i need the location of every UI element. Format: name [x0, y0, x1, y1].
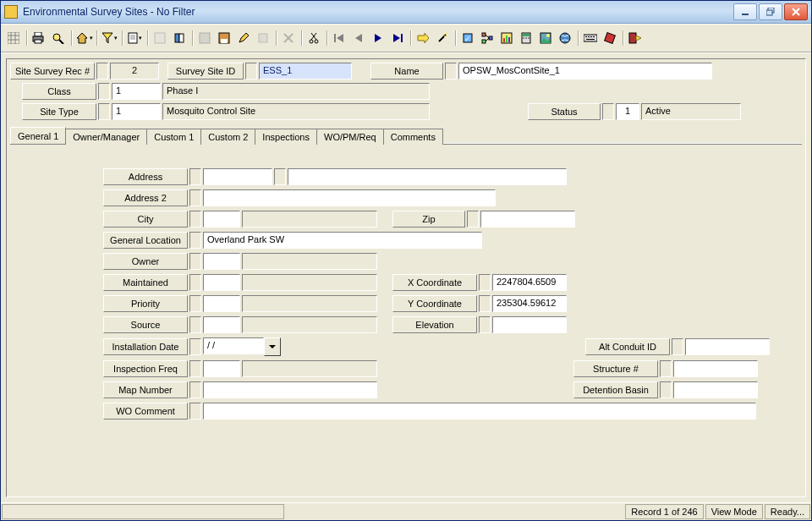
- address-num-field[interactable]: [203, 168, 272, 185]
- owner-code-field[interactable]: [203, 253, 240, 270]
- pin-icon[interactable]: [189, 316, 201, 333]
- priority-label[interactable]: Priority: [103, 295, 188, 312]
- wiz-icon[interactable]: ✓: [458, 29, 477, 47]
- pin-icon[interactable]: [445, 63, 457, 80]
- pin-icon[interactable]: [189, 338, 201, 355]
- disk-icon[interactable]: [195, 29, 214, 47]
- site-rec-field[interactable]: 2: [110, 63, 159, 80]
- address2-field[interactable]: [203, 189, 496, 206]
- alt-conduit-field[interactable]: [685, 338, 770, 355]
- print-icon[interactable]: [30, 29, 48, 47]
- pin-icon[interactable]: [479, 295, 491, 312]
- minimize-button[interactable]: [733, 3, 757, 20]
- pin-icon[interactable]: [98, 83, 110, 100]
- install-date-combo[interactable]: / /: [203, 337, 281, 356]
- pin-icon[interactable]: [96, 63, 108, 80]
- class-code-field[interactable]: 1: [112, 83, 161, 100]
- map-number-label[interactable]: Map Number: [103, 381, 188, 398]
- pin-icon[interactable]: [660, 381, 672, 398]
- status-label[interactable]: Status: [528, 103, 601, 120]
- exit-icon[interactable]: [626, 29, 645, 47]
- site-id-field[interactable]: ESS_1: [259, 63, 352, 80]
- tab-custom-1[interactable]: Custom 1: [146, 129, 201, 145]
- next-icon[interactable]: [369, 29, 387, 47]
- pin-icon[interactable]: [189, 403, 201, 420]
- zip-label[interactable]: Zip: [392, 211, 465, 228]
- pin-icon[interactable]: [479, 316, 491, 333]
- pin-icon[interactable]: [479, 274, 491, 291]
- pin-icon[interactable]: [660, 360, 672, 377]
- pin-icon[interactable]: [189, 381, 201, 398]
- home-icon[interactable]: ▾: [74, 29, 93, 47]
- pin-icon[interactable]: [189, 253, 201, 270]
- cut-icon[interactable]: [304, 29, 323, 47]
- pin-icon[interactable]: [672, 338, 683, 355]
- genloc-label[interactable]: General Location: [103, 232, 188, 249]
- doc-icon[interactable]: ▾: [125, 29, 144, 47]
- pin-icon[interactable]: [189, 274, 201, 291]
- site-rec-label[interactable]: Site Survey Rec #: [10, 63, 95, 80]
- class-label[interactable]: Class: [22, 83, 96, 100]
- type-code-field[interactable]: 1: [112, 103, 161, 120]
- globe-icon[interactable]: [556, 29, 574, 47]
- elev-label[interactable]: Elevation: [392, 316, 477, 333]
- tree-icon[interactable]: [478, 29, 497, 47]
- tab-wo-pm-req[interactable]: WO/PM/Req: [316, 129, 384, 145]
- detention-basin-field[interactable]: [673, 381, 758, 398]
- zip-field[interactable]: [480, 211, 575, 228]
- structure-label[interactable]: Structure #: [573, 360, 658, 377]
- find-icon[interactable]: [49, 29, 68, 47]
- pin-icon[interactable]: [189, 295, 201, 312]
- erase-icon[interactable]: [601, 29, 619, 47]
- status-code-field[interactable]: 1: [616, 103, 639, 120]
- address-street-field[interactable]: [288, 168, 567, 185]
- tab-general-1[interactable]: General 1: [10, 127, 66, 144]
- close-button[interactable]: [784, 3, 808, 20]
- name-label[interactable]: Name: [370, 63, 443, 80]
- owner-label[interactable]: Owner: [103, 253, 188, 270]
- goto-icon[interactable]: [414, 29, 432, 47]
- pic-icon[interactable]: [536, 29, 555, 47]
- pencil-icon[interactable]: [234, 29, 253, 47]
- tab-owner-manager[interactable]: Owner/Manager: [65, 129, 147, 145]
- genloc-field[interactable]: Overland Park SW: [203, 232, 482, 249]
- pin-icon[interactable]: [189, 189, 201, 206]
- address-label[interactable]: Address: [103, 168, 188, 185]
- chevron-down-icon[interactable]: [264, 337, 281, 356]
- maintained-code-field[interactable]: [203, 274, 240, 291]
- wo-comment-label[interactable]: WO Comment: [103, 403, 188, 420]
- install-date-field[interactable]: / /: [203, 337, 264, 354]
- wo-comment-field[interactable]: [203, 403, 756, 420]
- index-icon[interactable]: [151, 29, 169, 47]
- book2-icon[interactable]: [254, 29, 272, 47]
- detention-basin-label[interactable]: Detention Basin: [573, 381, 658, 398]
- ycoord-label[interactable]: Y Coordinate: [392, 295, 477, 312]
- book-icon[interactable]: [170, 29, 189, 47]
- install-label[interactable]: Installation Date: [103, 338, 188, 355]
- maintained-label[interactable]: Maintained: [103, 274, 188, 291]
- priority-code-field[interactable]: [203, 295, 240, 312]
- xcoord-field[interactable]: 2247804.6509: [492, 274, 567, 291]
- ycoord-field[interactable]: 235304.59612: [492, 295, 567, 312]
- tab-comments[interactable]: Comments: [383, 129, 443, 145]
- titlebar[interactable]: Environmental Survey Sites - No Filter: [1, 1, 811, 24]
- restore-button[interactable]: [759, 3, 782, 20]
- pin-icon[interactable]: [274, 168, 286, 185]
- source-label[interactable]: Source: [103, 316, 188, 333]
- tab-inspections[interactable]: Inspections: [255, 129, 317, 145]
- insp-freq-label[interactable]: Inspection Freq: [103, 360, 188, 377]
- kbd-icon[interactable]: [581, 29, 600, 47]
- wand-icon[interactable]: [433, 29, 452, 47]
- last-icon[interactable]: [388, 29, 407, 47]
- insp-freq-code-field[interactable]: [203, 360, 240, 377]
- calc-icon[interactable]: [517, 29, 535, 47]
- city-label[interactable]: City: [103, 211, 188, 228]
- pin-icon[interactable]: [189, 168, 201, 185]
- map-number-field[interactable]: [203, 381, 377, 398]
- pin-icon[interactable]: [189, 360, 201, 377]
- alt-conduit-label[interactable]: Alt Conduit ID: [585, 338, 670, 355]
- pin-icon[interactable]: [467, 211, 479, 228]
- pin-icon[interactable]: [245, 63, 257, 80]
- bar-icon[interactable]: [497, 29, 516, 47]
- name-field[interactable]: OPSW_MosContSite_1: [458, 63, 712, 80]
